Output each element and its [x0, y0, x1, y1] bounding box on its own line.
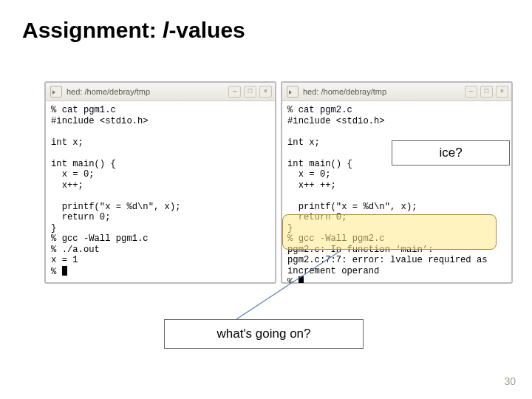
- title-prefix: Assignment:: [22, 18, 163, 42]
- cursor-left: [62, 266, 67, 276]
- slide-root: Assignment: l-values hed: /home/debray/t…: [0, 0, 532, 399]
- terminal-window-right: hed: /home/debray/tmp – □ × % cat pgm2.c…: [281, 81, 513, 284]
- title-suffix: -values: [168, 18, 245, 42]
- callout-bottom-label: what's going on?: [216, 327, 310, 341]
- window-buttons-left: – □ ×: [228, 86, 272, 98]
- window-minimize-button[interactable]: –: [465, 86, 477, 98]
- terminal-body-left[interactable]: % cat pgm1.c #include <stdio.h> int x; i…: [46, 101, 275, 283]
- callout-twice: ice?: [392, 140, 510, 166]
- slide-title: Assignment: l-values: [22, 18, 245, 43]
- terminal-icon: [287, 86, 299, 98]
- terminal-titlebar-left[interactable]: hed: /home/debray/tmp – □ ×: [46, 83, 275, 101]
- cursor-right: [299, 276, 304, 283]
- window-buttons-right: – □ ×: [465, 86, 508, 98]
- terminal-output-right-post: %: [287, 277, 299, 283]
- window-title-right: hed: /home/debray/tmp: [303, 87, 386, 96]
- terminal-titlebar-right[interactable]: hed: /home/debray/tmp – □ ×: [282, 83, 511, 101]
- callout-whats-going-on: what's going on?: [164, 319, 364, 349]
- window-maximize-button[interactable]: □: [244, 86, 256, 98]
- terminal-output-right-error: % gcc -Wall pgm2.c pgm2.c: In function ‘…: [287, 233, 488, 276]
- terminal-output-left: % cat pgm1.c #include <stdio.h> int x; i…: [51, 105, 181, 277]
- terminal-body-right[interactable]: % cat pgm2.c #include <stdio.h> int x; i…: [282, 101, 511, 283]
- terminal-icon: [50, 86, 62, 98]
- window-close-button[interactable]: ×: [259, 86, 272, 98]
- window-title-left: hed: /home/debray/tmp: [66, 87, 150, 96]
- window-close-button[interactable]: ×: [496, 86, 508, 98]
- window-maximize-button[interactable]: □: [480, 86, 493, 98]
- terminal-window-left: hed: /home/debray/tmp – □ × % cat pgm1.c…: [44, 81, 276, 284]
- terminal-output-right-pre: % cat pgm2.c #include <stdio.h> int x; i…: [287, 105, 417, 233]
- page-number: 30: [504, 375, 516, 387]
- callout-twice-label: ice?: [439, 146, 462, 160]
- window-minimize-button[interactable]: –: [228, 86, 241, 98]
